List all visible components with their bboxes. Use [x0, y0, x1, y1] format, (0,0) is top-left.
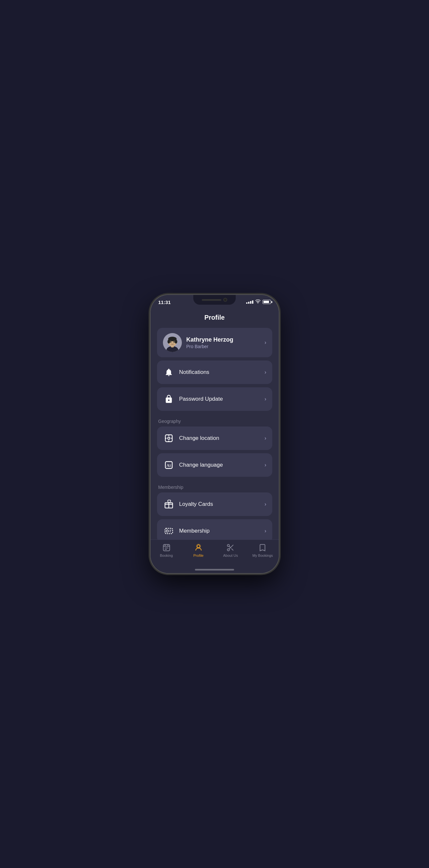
- notifications-label: Notifications: [179, 369, 210, 376]
- membership-item[interactable]: Membership ›: [157, 519, 272, 539]
- membership-label: Membership: [179, 528, 210, 534]
- change-location-label: Change location: [179, 435, 219, 441]
- svg-point-6: [175, 340, 177, 344]
- battery-icon: [263, 300, 271, 304]
- page-title: Profile: [157, 311, 272, 328]
- notifications-chevron: ›: [265, 369, 266, 375]
- notifications-item-left: Notifications: [163, 366, 210, 378]
- svg-point-27: [197, 545, 200, 548]
- avatar: [163, 333, 182, 352]
- svg-point-5: [167, 340, 170, 344]
- profile-card-left: Kathryne Herzog Pro Barber: [163, 333, 234, 352]
- about-us-nav-label: About Us: [223, 554, 238, 557]
- svg-rect-21: [163, 545, 170, 551]
- notifications-item[interactable]: Notifications ›: [157, 361, 272, 384]
- loyalty-cards-item[interactable]: Loyalty Cards ›: [157, 492, 272, 516]
- geography-section-header: Geography: [157, 414, 272, 427]
- nav-booking[interactable]: Booking: [151, 543, 183, 557]
- membership-chevron: ›: [265, 528, 266, 534]
- nav-profile[interactable]: Profile: [183, 543, 214, 557]
- location-icon: [163, 432, 175, 444]
- change-location-item[interactable]: Change location ›: [157, 427, 272, 450]
- user-role: Pro Barber: [186, 344, 234, 349]
- language-icon: A 文: [163, 459, 175, 471]
- svg-point-8: [173, 341, 175, 343]
- scissors-nav-icon: [226, 543, 235, 552]
- svg-point-29: [227, 545, 229, 547]
- password-update-item[interactable]: Password Update ›: [157, 387, 272, 411]
- svg-point-16: [166, 530, 168, 532]
- home-pill: [195, 569, 234, 570]
- svg-point-7: [170, 341, 172, 343]
- signal-icon: [246, 301, 253, 304]
- profile-card[interactable]: Kathryne Herzog Pro Barber ›: [157, 328, 272, 357]
- svg-point-30: [227, 549, 229, 551]
- status-icons: [246, 300, 271, 304]
- change-language-left: A 文 Change language: [163, 459, 223, 471]
- profile-nav-label: Profile: [193, 554, 204, 557]
- scroll-content[interactable]: Profile: [151, 311, 279, 539]
- bell-icon: [163, 366, 175, 378]
- change-language-item[interactable]: A 文 Change language ›: [157, 453, 272, 477]
- notch: [193, 295, 236, 305]
- lock-icon: [163, 393, 175, 405]
- phone-frame: 11:31: [151, 295, 279, 573]
- password-item-left: Password Update: [163, 393, 223, 405]
- loyalty-cards-left: Loyalty Cards: [163, 498, 213, 510]
- my-bookings-nav-label: My Bookings: [252, 554, 273, 557]
- profile-chevron: ›: [265, 340, 266, 345]
- profile-nav-icon: [194, 543, 203, 552]
- status-bar: 11:31: [151, 295, 279, 311]
- screen: 11:31: [151, 295, 279, 573]
- bottom-nav: Booking Profile: [151, 539, 279, 566]
- booking-nav-label: Booking: [160, 554, 173, 557]
- svg-text:文: 文: [169, 464, 172, 467]
- bookmarks-nav-icon: [258, 543, 267, 552]
- profile-info: Kathryne Herzog Pro Barber: [186, 336, 234, 349]
- nav-about-us[interactable]: About Us: [214, 543, 246, 557]
- user-name: Kathryne Herzog: [186, 336, 234, 344]
- loyalty-cards-label: Loyalty Cards: [179, 501, 213, 507]
- card-icon: [163, 525, 175, 537]
- loyalty-cards-chevron: ›: [265, 501, 266, 507]
- membership-section-header: Membership: [157, 480, 272, 492]
- home-indicator: [151, 566, 279, 573]
- change-location-chevron: ›: [265, 435, 266, 441]
- notch-pill: [202, 299, 221, 301]
- svg-line-33: [229, 546, 231, 548]
- booking-nav-icon: [162, 543, 171, 552]
- nav-my-bookings[interactable]: My Bookings: [246, 543, 278, 557]
- status-time: 11:31: [158, 300, 171, 305]
- gift-icon: [163, 498, 175, 510]
- password-update-label: Password Update: [179, 396, 223, 402]
- change-location-left: Change location: [163, 432, 219, 444]
- password-chevron: ›: [265, 396, 266, 402]
- svg-point-10: [167, 437, 170, 439]
- change-language-label: Change language: [179, 462, 223, 468]
- change-language-chevron: ›: [265, 462, 266, 468]
- svg-line-32: [232, 549, 234, 551]
- notch-camera: [223, 298, 227, 302]
- wifi-icon: [255, 300, 261, 304]
- membership-item-left: Membership: [163, 525, 210, 537]
